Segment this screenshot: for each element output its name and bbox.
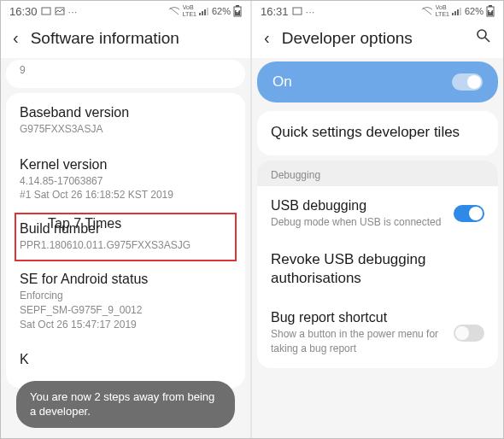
usb-debugging-toggle[interactable] [454,205,484,222]
battery-pct: 62% [465,6,483,16]
svg-rect-9 [293,8,302,15]
section-header-debugging: Debugging [257,161,498,186]
status-bar: 16:31 ··· VoBLTE1 62% [252,1,503,20]
se-android-row[interactable]: SE for Android status Enforcing SEPF_SM-… [20,261,231,342]
notification-icon [292,6,302,16]
back-icon[interactable]: ‹ [264,28,270,48]
more-icon: ··· [68,5,78,18]
battery-pct: 62% [212,6,231,16]
phone-left: 16:30 ··· VoBLTE1 62% [1,1,252,438]
bug-report-toggle[interactable] [454,325,484,342]
page-title: Developer options [282,29,464,48]
more-icon: ··· [306,5,315,18]
developer-master-toggle[interactable]: On [257,61,498,102]
status-time: 16:31 [261,5,289,18]
toggle-switch[interactable] [452,73,483,91]
battery-icon [233,5,242,17]
status-bar: 16:30 ··· VoBLTE1 62% [1,1,250,20]
phone-right: 16:31 ··· VoBLTE1 62% ‹ [252,1,503,438]
title-bar: ‹ Software information [1,20,250,58]
svg-rect-5 [207,8,208,15]
signal-icon [452,7,462,15]
master-toggle-label: On [273,73,292,91]
knox-row[interactable]: K [20,342,231,386]
bug-report-row[interactable]: Bug report shortcut Show a button in the… [271,300,484,366]
volte-icon: VoBLTE1 [183,4,196,18]
svg-rect-4 [204,9,206,15]
wifi-off-icon [421,6,433,16]
svg-rect-0 [42,8,50,15]
title-bar: ‹ Developer options [252,20,503,58]
svg-rect-7 [236,5,239,7]
baseband-row[interactable]: Baseband version G975FXXS3ASJA [20,95,231,147]
back-icon[interactable]: ‹ [13,28,19,48]
content-area: 9 Baseband version G975FXXS3ASJA Kernel … [1,60,250,388]
signal-icon [199,7,209,15]
tap-annotation: Tap 7 Times [48,216,121,231]
comparison-frame: 16:30 ··· VoBLTE1 62% [0,0,504,439]
notification-icon [41,6,51,16]
svg-rect-10 [452,13,454,15]
revoke-auth-row[interactable]: Revoke USB debugging authorisations [271,240,484,300]
volte-icon: VoBLTE1 [436,4,449,18]
svg-point-17 [478,30,486,38]
quick-tiles-row[interactable]: Quick settings developer tiles [271,113,484,154]
developer-toast: You are now 2 steps away from being a de… [16,381,235,428]
android-version-row[interactable]: 9 [20,60,231,86]
svg-rect-3 [202,11,203,15]
battery-icon [486,5,495,17]
svg-rect-11 [454,11,456,15]
gallery-icon [55,6,65,16]
wifi-off-icon [168,6,180,16]
status-time: 16:30 [9,5,38,18]
svg-rect-15 [489,5,492,7]
svg-rect-2 [199,13,201,15]
svg-rect-12 [457,9,459,15]
svg-rect-13 [460,8,461,15]
search-icon[interactable] [476,28,491,48]
page-title: Software information [31,29,238,48]
usb-debugging-row[interactable]: USB debugging Debug mode when USB is con… [271,188,484,240]
kernel-row[interactable]: Kernel version 4.14.85-17063867 #1 Sat O… [20,147,231,214]
